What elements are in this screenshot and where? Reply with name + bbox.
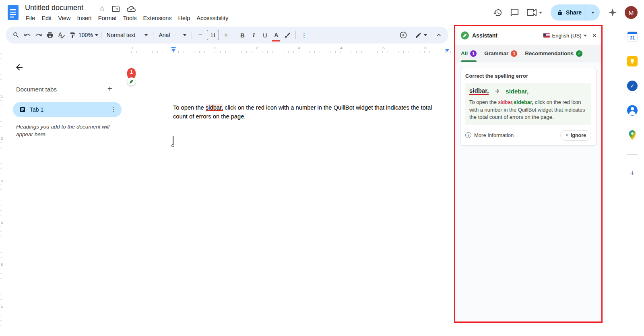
paint-format-button[interactable] xyxy=(67,29,78,41)
tab-recommendations[interactable]: Recommendations ✓ xyxy=(525,45,582,62)
bold-button[interactable]: B xyxy=(237,29,248,41)
us-flag-icon xyxy=(543,33,550,38)
menu-help[interactable]: Help xyxy=(175,14,194,23)
toolbar-divider xyxy=(192,31,192,39)
zoom-dropdown[interactable]: 100% xyxy=(78,29,98,41)
ruler-number: 1 xyxy=(214,46,216,50)
menu-accessibility[interactable]: Accessibility xyxy=(193,14,231,23)
menu-view[interactable]: View xyxy=(55,14,74,23)
share-button[interactable]: Share xyxy=(551,4,600,21)
caret-down-icon xyxy=(144,34,148,36)
suggestion-card: Correct the spelling error sidbar, sideb… xyxy=(460,68,597,146)
more-toolbar-options-button[interactable]: ⋮ xyxy=(299,29,309,41)
maps-icon[interactable] xyxy=(628,130,637,140)
tab-document-icon xyxy=(19,106,26,113)
spell-check-button[interactable] xyxy=(56,29,66,41)
left-indent-marker[interactable] xyxy=(171,49,175,52)
move-folder-icon[interactable] xyxy=(112,5,120,12)
headings-hint-text: Headings you add to the document will ap… xyxy=(16,123,112,138)
tab-recommendations-label: Recommendations xyxy=(525,50,574,56)
ignore-label: Ignore xyxy=(571,133,586,138)
activity-icon[interactable] xyxy=(398,29,409,41)
get-add-ons-button[interactable]: + xyxy=(630,169,635,177)
arrow-right-icon xyxy=(493,88,501,94)
collapse-tabs-button[interactable] xyxy=(14,62,24,72)
undo-button[interactable] xyxy=(22,29,33,41)
keep-icon[interactable] xyxy=(627,56,638,66)
print-button[interactable] xyxy=(45,29,55,41)
font-dropdown[interactable]: Arial xyxy=(156,29,189,41)
close-small-icon: × xyxy=(566,133,568,138)
comments-icon[interactable] xyxy=(510,8,519,17)
tab-all[interactable]: All 1 xyxy=(461,45,477,62)
highlight-color-button[interactable] xyxy=(282,29,293,41)
ruler-number: 6 xyxy=(424,46,426,50)
ruler-number: 2 xyxy=(256,46,258,50)
doc-error-word[interactable]: sidbar, xyxy=(206,104,223,111)
caret-down-icon xyxy=(183,34,186,36)
menu-file[interactable]: File xyxy=(23,14,38,23)
more-information-label: More Information xyxy=(474,132,514,138)
add-tab-button[interactable]: + xyxy=(105,83,115,94)
hide-menus-button[interactable] xyxy=(433,29,444,41)
paragraph-style-dropdown[interactable]: Normal text xyxy=(104,29,151,41)
language-selector[interactable]: English (US) xyxy=(543,33,587,39)
preview-text-before: To open the xyxy=(469,99,498,105)
document-text[interactable]: To open the sidbar, click on the red ico… xyxy=(173,103,445,121)
ignore-button[interactable]: × Ignore xyxy=(560,130,591,141)
document-tabs-title: Document tabs xyxy=(16,86,57,93)
v-ruler-number: 3 xyxy=(1,178,3,183)
suggested-word[interactable]: sidebar, xyxy=(506,88,528,95)
assistant-tabs: All 1 Grammar 1 Recommendations ✓ xyxy=(455,45,601,62)
text-color-button[interactable]: A xyxy=(271,29,281,41)
google-docs-logo[interactable] xyxy=(7,4,19,21)
assistant-title: Assistant xyxy=(472,32,497,39)
quillbot-logo-icon xyxy=(461,31,469,39)
ruler-ticks xyxy=(131,51,453,53)
calendar-icon[interactable]: 31 xyxy=(627,31,638,42)
contacts-icon[interactable] xyxy=(627,105,638,116)
rail-divider xyxy=(627,154,638,155)
menu-insert[interactable]: Insert xyxy=(74,14,95,23)
editing-mode-button[interactable] xyxy=(415,29,427,41)
tasks-icon[interactable]: ✓ xyxy=(627,81,638,91)
close-assistant-button[interactable]: × xyxy=(592,32,597,39)
tab-options-button[interactable]: ⋮ xyxy=(111,106,117,113)
first-line-indent-marker[interactable] xyxy=(171,47,176,48)
tab-label: Tab 1 xyxy=(30,106,107,113)
menu-extensions[interactable]: Extensions xyxy=(140,14,175,23)
horizontal-ruler[interactable]: 1 1 2 3 4 5 6 xyxy=(131,46,453,53)
document-tabs-panel: Document tabs + Tab 1 ⋮ Headings you add… xyxy=(0,46,131,336)
caret-down-icon xyxy=(584,35,587,37)
ruler-number: 1 xyxy=(132,46,134,50)
italic-button[interactable]: I xyxy=(248,29,259,41)
v-ruler-number: 5 xyxy=(1,262,3,267)
account-avatar[interactable]: M xyxy=(625,6,638,19)
search-icon[interactable] xyxy=(11,29,21,41)
tab-grammar[interactable]: Grammar 1 xyxy=(484,45,517,62)
menu-tools[interactable]: Tools xyxy=(120,14,140,23)
format-toolbar: 100% Normal text Arial − 11 + B I U A ⋮ xyxy=(6,27,448,44)
suggestion-row: sidbar, sidebar, xyxy=(469,87,587,95)
menu-edit[interactable]: Edit xyxy=(38,14,55,23)
gemini-sparkle-icon[interactable] xyxy=(608,8,617,17)
caret-down-icon xyxy=(95,34,98,36)
tab-item-tab1[interactable]: Tab 1 ⋮ xyxy=(13,102,122,117)
quillbot-widget-icon[interactable] xyxy=(127,77,136,86)
document-title[interactable]: Untitled document xyxy=(25,4,83,12)
menu-format[interactable]: Format xyxy=(95,14,120,23)
more-information-button[interactable]: i More Information xyxy=(465,132,514,138)
share-options-button[interactable] xyxy=(586,4,600,21)
join-call-button[interactable] xyxy=(527,9,542,16)
version-history-icon[interactable] xyxy=(493,8,502,17)
font-size-input[interactable]: 11 xyxy=(207,30,219,40)
right-indent-marker[interactable] xyxy=(445,49,449,52)
redo-button[interactable] xyxy=(33,29,44,41)
decrease-font-size-button[interactable]: − xyxy=(195,29,205,41)
cloud-status-icon[interactable] xyxy=(127,6,136,12)
doc-text-before: To open the xyxy=(173,104,206,111)
increase-font-size-button[interactable]: + xyxy=(221,29,231,41)
star-icon[interactable]: ☆ xyxy=(99,5,105,12)
preview-added-word: sidebar, xyxy=(514,99,533,105)
underline-button[interactable]: U xyxy=(260,29,270,41)
